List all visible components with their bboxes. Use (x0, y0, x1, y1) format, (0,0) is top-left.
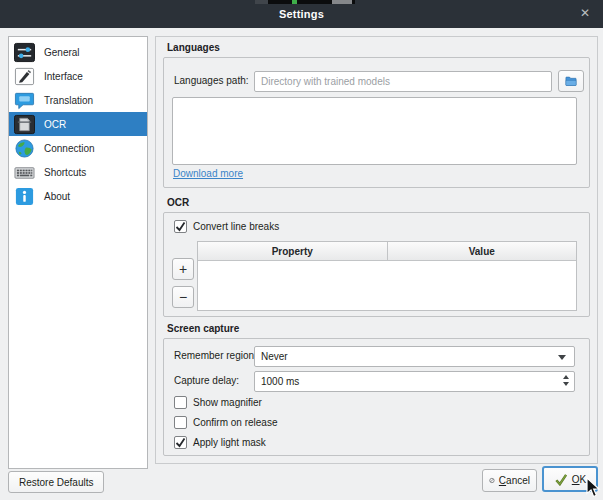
sidebar-item-connection[interactable]: Connection (9, 136, 147, 160)
column-header-property[interactable]: Property (198, 242, 388, 260)
capture-delay-label: Capture delay: (174, 375, 239, 386)
browse-folder-button[interactable] (558, 70, 584, 92)
folder-icon (565, 74, 577, 88)
languages-group: Languages Languages path: Download more (163, 41, 590, 188)
convert-line-breaks-checkbox[interactable]: Convert line breaks (174, 220, 279, 233)
artifact-segment-green (292, 0, 297, 4)
selected-option: Never (261, 351, 288, 362)
spin-down-icon[interactable] (563, 382, 569, 386)
ocr-group: OCR Convert line breaks + − Property Val… (163, 196, 590, 317)
checkbox-label: Confirm on release (193, 417, 277, 428)
ok-label: OK (572, 474, 586, 485)
screen-capture-group: Screen capture Remember region: Never Ca… (163, 322, 590, 456)
checkbox-box (174, 220, 187, 233)
checkmark-icon (175, 221, 186, 232)
show-magnifier-checkbox[interactable]: Show magnifier (174, 396, 262, 409)
capture-delay-spinner[interactable] (254, 371, 575, 392)
sidebar-item-label: Translation (44, 95, 93, 106)
cancel-label: Cancel (499, 475, 530, 486)
background-window-artifact (255, 0, 355, 4)
download-more-link[interactable]: Download more (173, 168, 243, 179)
artifact-segment (255, 0, 268, 4)
close-icon[interactable]: ✕ (580, 7, 590, 19)
table-header: Property Value (198, 242, 576, 261)
ocr-group-title: OCR (167, 196, 590, 209)
languages-group-box: Languages path: Download more (163, 57, 590, 188)
sidebar-item-shortcuts[interactable]: Shortcuts (9, 160, 147, 184)
confirm-on-release-checkbox[interactable]: Confirm on release (174, 416, 277, 429)
capture-delay-input[interactable] (255, 372, 574, 391)
sidebar-item-label: General (44, 47, 80, 58)
window-title: Settings (279, 8, 324, 20)
ok-check-icon (554, 473, 568, 486)
sidebar-item-translation[interactable]: Translation (9, 88, 147, 112)
languages-group-title: Languages (167, 41, 590, 54)
sidebar-item-interface[interactable]: Interface (9, 64, 147, 88)
remember-region-label: Remember region: (174, 350, 257, 361)
spin-up-icon[interactable] (563, 375, 569, 379)
cancel-circle-icon (489, 474, 495, 487)
languages-list[interactable] (172, 97, 577, 165)
table-body[interactable] (198, 261, 576, 310)
sidebar-item-ocr[interactable]: OCR (9, 112, 147, 136)
sidebar-item-label: Interface (44, 71, 83, 82)
sidebar-item-about[interactable]: About (9, 184, 147, 208)
remember-region-select[interactable]: Never (254, 346, 575, 367)
keyboard-icon (14, 162, 35, 183)
settings-category-list: General Interface Translation (8, 36, 148, 469)
languages-path-label: Languages path: (174, 75, 249, 86)
restore-defaults-button[interactable]: Restore Defaults (8, 471, 104, 493)
screen-capture-group-box: Remember region: Never Capture delay: Sh… (163, 338, 590, 456)
ok-button[interactable]: OK (542, 466, 598, 492)
checkbox-label: Convert line breaks (193, 221, 279, 232)
sidebar-item-label: Connection (44, 143, 95, 154)
add-property-button[interactable]: + (172, 258, 194, 280)
ocr-group-box: Convert line breaks + − Property Value (163, 212, 590, 317)
sidebar-item-label: Shortcuts (44, 167, 86, 178)
checkbox-label: Apply light mask (193, 437, 266, 448)
pencil-icon (14, 66, 35, 87)
remove-property-button[interactable]: − (172, 286, 194, 308)
document-scan-icon (14, 114, 35, 135)
cancel-button[interactable]: Cancel (482, 469, 537, 492)
checkmark-icon (175, 437, 186, 448)
checkbox-label: Show magnifier (193, 397, 262, 408)
restore-defaults-label: Restore Defaults (19, 477, 93, 488)
apply-light-mask-checkbox[interactable]: Apply light mask (174, 436, 266, 449)
info-icon (14, 186, 35, 207)
titlebar: Settings ✕ (0, 0, 603, 28)
chevron-down-icon (558, 355, 566, 360)
sidebar-item-general[interactable]: General (9, 40, 147, 64)
languages-path-input[interactable] (254, 71, 552, 92)
checkbox-box (174, 416, 187, 429)
sidebar-item-label: About (44, 191, 70, 202)
sidebar-item-label: OCR (44, 119, 66, 130)
sliders-icon (14, 42, 35, 63)
checkbox-box (174, 436, 187, 449)
checkbox-box (174, 396, 187, 409)
spinner-arrows[interactable] (563, 375, 569, 386)
globe-icon (14, 138, 35, 159)
ocr-properties-table: Property Value (197, 241, 577, 311)
settings-window: Settings ✕ General Interface (0, 0, 603, 500)
artifact-segment (332, 0, 352, 4)
screen-capture-group-title: Screen capture (167, 322, 590, 335)
column-header-value[interactable]: Value (388, 242, 577, 260)
translation-bubble-icon (14, 90, 35, 111)
